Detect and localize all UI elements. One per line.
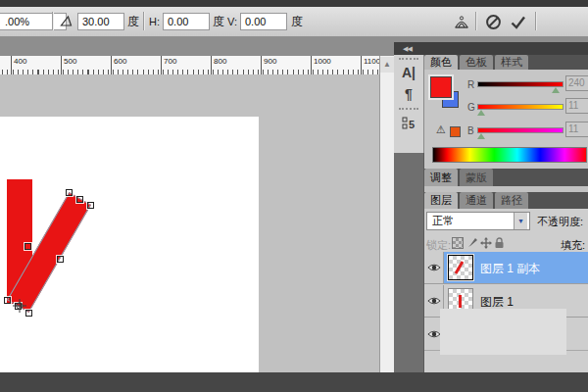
- tab-channels[interactable]: 通道: [460, 192, 493, 209]
- blue-slider-track[interactable]: [477, 127, 564, 133]
- glyph-panel-icon[interactable]: 5: [394, 112, 423, 135]
- transform-handle[interactable]: [87, 202, 94, 209]
- layers-panel-tabs: 图层 通道 路径: [424, 192, 588, 209]
- blue-slider-label: B: [467, 125, 474, 136]
- dock-empty-column: [394, 153, 424, 372]
- opacity-label: 不透明度:: [537, 215, 583, 229]
- cancel-transform-icon[interactable]: [482, 11, 504, 32]
- svg-text:5: 5: [409, 119, 415, 130]
- ruler-tick: 600: [114, 57, 126, 66]
- separator: [143, 12, 144, 30]
- green-slider-label: G: [467, 102, 475, 113]
- rotate-angle-icon: [59, 15, 74, 27]
- blend-mode-value: 正常: [432, 215, 454, 226]
- green-value[interactable]: 11: [565, 98, 588, 114]
- lock-position-icon[interactable]: [479, 236, 492, 249]
- green-slider-track[interactable]: [477, 104, 564, 110]
- gamut-warning-icon[interactable]: ⚠: [436, 123, 446, 136]
- transform-handle[interactable]: [76, 196, 83, 203]
- layer-name[interactable]: 图层 1 副本: [480, 261, 540, 277]
- panel-grip[interactable]: [399, 108, 418, 110]
- red-slider-track[interactable]: [477, 81, 564, 87]
- tab-paths[interactable]: 路径: [495, 192, 528, 209]
- collapsed-panel-strip: A| ¶ 5: [394, 55, 424, 153]
- transform-handle[interactable]: [57, 256, 64, 263]
- ruler-tick: 800: [214, 57, 226, 66]
- eye-icon: [427, 296, 441, 306]
- commit-transform-icon[interactable]: [507, 11, 528, 32]
- gamut-warning-swatch[interactable]: [450, 126, 461, 137]
- separator: [475, 12, 476, 30]
- horizontal-ruler: 400 500 600 700 800 900 1000 1100: [0, 56, 380, 75]
- separator: [535, 12, 536, 30]
- redraw-artifact-overlay: [440, 309, 566, 355]
- red-value[interactable]: 240: [565, 75, 588, 91]
- bottom-bar: [0, 372, 588, 392]
- eye-icon: [427, 329, 441, 339]
- lock-transparency-icon[interactable]: [451, 236, 464, 249]
- visibility-toggle[interactable]: [424, 252, 444, 283]
- blue-slider-handle[interactable]: [477, 133, 485, 139]
- ruler-tick: 500: [64, 57, 76, 66]
- lock-all-icon[interactable]: [493, 236, 506, 249]
- tab-color[interactable]: 颜色: [424, 55, 458, 70]
- ruler-tick: 900: [264, 57, 276, 66]
- v-skew-input[interactable]: 0.00: [240, 13, 287, 30]
- panel-grip[interactable]: [399, 58, 418, 60]
- lock-pixels-icon[interactable]: [466, 236, 478, 249]
- color-panel-tabs: 颜色 色板 样式: [424, 55, 588, 70]
- window-top-strip: [0, 0, 588, 7]
- h-skew-input[interactable]: 0.00: [163, 13, 210, 30]
- transform-handle[interactable]: [66, 189, 73, 196]
- layer-row-selected[interactable]: 图层 1 副本: [424, 252, 588, 284]
- transform-handle[interactable]: [24, 243, 31, 250]
- v-unit-label: 度: [291, 15, 303, 28]
- green-slider-handle[interactable]: [477, 110, 485, 116]
- scale-input[interactable]: .00%: [0, 13, 67, 30]
- scroll-up-icon[interactable]: ▲: [380, 57, 394, 73]
- vertical-scrollbar[interactable]: [379, 56, 394, 372]
- ruler-tick: 1100: [364, 57, 380, 66]
- h-skew-label: H:: [149, 15, 160, 28]
- fill-label: 填充:: [561, 238, 585, 253]
- warp-mode-icon[interactable]: [451, 11, 472, 32]
- chevron-down-icon[interactable]: ▼: [514, 213, 527, 229]
- foreground-color-swatch[interactable]: [430, 76, 452, 98]
- ruler-tick: 700: [164, 57, 176, 66]
- tab-masks[interactable]: 蒙版: [460, 169, 493, 186]
- tab-styles[interactable]: 样式: [495, 55, 528, 70]
- red-slider-handle[interactable]: [552, 87, 560, 93]
- blend-mode-select[interactable]: 正常 ▼: [426, 212, 530, 230]
- eye-icon: [427, 263, 441, 272]
- blue-value[interactable]: 11: [565, 122, 588, 137]
- separator: [52, 12, 53, 30]
- dock-collapse-header[interactable]: ◀◀: [394, 42, 588, 55]
- tab-adjustments[interactable]: 调整: [424, 169, 458, 186]
- ruler-tick: 1000: [314, 57, 331, 66]
- transform-reference-point-icon[interactable]: [13, 299, 26, 313]
- layer-thumbnail[interactable]: [448, 255, 473, 280]
- angle-unit-label: 度: [127, 15, 139, 28]
- tab-swatches[interactable]: 色板: [460, 55, 493, 70]
- h-unit-label: 度: [213, 15, 224, 28]
- adjustments-tabs: 调整 蒙版: [424, 169, 588, 186]
- paragraph-panel-icon[interactable]: ¶: [394, 83, 423, 105]
- character-panel-icon[interactable]: A|: [394, 62, 423, 83]
- transform-options-bar: .00% 30.00 度 H: 0.00 度 V: 0.00 度: [0, 7, 588, 37]
- transform-handle[interactable]: [4, 297, 11, 304]
- v-skew-label: V:: [227, 15, 237, 28]
- transform-handle[interactable]: [25, 310, 32, 317]
- red-slider-label: R: [467, 79, 474, 90]
- photoshop-window: .00% 30.00 度 H: 0.00 度 V: 0.00 度: [0, 0, 588, 392]
- lock-label: 锁定:: [426, 238, 451, 253]
- color-spectrum-bar[interactable]: [432, 147, 587, 163]
- tab-layers[interactable]: 图层: [424, 192, 458, 209]
- rotation-angle-input[interactable]: 30.00: [77, 13, 124, 30]
- ruler-tick: 400: [14, 57, 26, 66]
